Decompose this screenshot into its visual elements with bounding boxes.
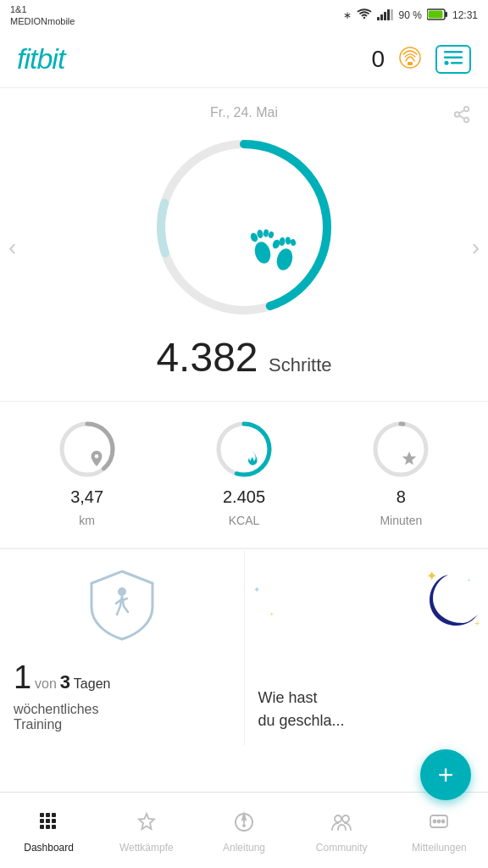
sleep-question2: du geschla... — [258, 709, 475, 732]
minutes-circle — [370, 419, 431, 480]
svg-point-57 — [442, 820, 445, 822]
svg-rect-1 — [380, 14, 383, 20]
distance-circle — [57, 419, 118, 480]
svg-point-22 — [252, 240, 273, 265]
svg-marker-39 — [402, 452, 417, 465]
svg-rect-9 — [408, 62, 413, 65]
sleep-decorations: ✦ ✦ + + + — [245, 559, 489, 670]
svg-rect-47 — [40, 825, 44, 829]
stat-calories[interactable]: 2.405 KCAL — [165, 419, 322, 527]
stat-minutes[interactable]: 8 Minuten — [323, 419, 480, 527]
svg-point-26 — [268, 231, 274, 238]
nav-community-label: Community — [316, 842, 368, 854]
nav-guidance[interactable]: Anleitung — [195, 811, 292, 854]
minutes-value: 8 — [396, 487, 406, 507]
network-text: MEDIONmobile — [10, 15, 75, 27]
training-line2: wöchentliches — [14, 702, 230, 717]
steps-value: 4.382 — [156, 335, 258, 380]
dashboard-icon — [38, 811, 60, 838]
svg-rect-2 — [384, 12, 386, 20]
fitbit-logo: fitbit — [17, 42, 64, 75]
training-card[interactable]: 1 von 3 Tagen wöchentliches Training — [0, 551, 245, 746]
bluetooth-icon: ∗ — [343, 9, 352, 21]
community-icon — [330, 811, 352, 838]
nav-messages[interactable]: Mitteilungen — [391, 811, 488, 854]
sleep-text: Wie hast du geschla... — [258, 687, 475, 732]
svg-rect-49 — [52, 825, 56, 829]
prev-day-button[interactable]: ‹ — [8, 234, 16, 261]
svg-point-53 — [342, 815, 349, 822]
add-button[interactable]: + — [420, 749, 471, 800]
svg-rect-44 — [40, 819, 44, 823]
battery-percent: 90 % — [399, 9, 422, 21]
stats-row: 3,47 km 2.405 KCAL — [0, 401, 488, 548]
svg-rect-10 — [444, 51, 463, 53]
svg-rect-41 — [40, 813, 44, 817]
svg-point-40 — [118, 587, 126, 596]
minutes-unit: Minuten — [380, 514, 422, 527]
svg-rect-4 — [391, 9, 393, 20]
training-shield-icon — [88, 568, 156, 643]
steps-section: Fr., 24. Mai ‹ › — [0, 88, 488, 401]
svg-point-34 — [94, 454, 98, 459]
svg-rect-42 — [46, 813, 50, 817]
svg-point-31 — [290, 238, 297, 246]
wifi-icon — [357, 8, 372, 23]
steps-unit: Schritte — [269, 354, 332, 376]
nav-community[interactable]: Community — [293, 811, 391, 854]
nav-challenges[interactable]: Wettkämpfe — [97, 811, 195, 854]
battery-icon — [427, 8, 447, 23]
sleep-question: Wie hast — [258, 687, 475, 709]
calories-unit: KCAL — [229, 514, 260, 527]
svg-rect-0 — [377, 17, 380, 20]
add-icon: + — [438, 760, 454, 791]
training-line3: Training — [14, 717, 230, 732]
training-day-total: 3 — [60, 671, 70, 693]
tracker-signal-icon — [398, 46, 422, 73]
training-von-label: von — [35, 676, 57, 691]
stat-distance[interactable]: 3,47 km — [8, 419, 165, 527]
status-icons: ∗ 90 % — [343, 8, 478, 23]
header-right: 0 — [371, 45, 471, 74]
svg-line-17 — [459, 115, 464, 119]
svg-rect-12 — [451, 62, 463, 64]
svg-rect-6 — [445, 12, 447, 17]
messages-icon — [428, 811, 450, 838]
sleep-card[interactable]: ✦ ✦ + + + Wie hast du geschla... — [245, 551, 489, 746]
distance-value: 3,47 — [70, 487, 103, 507]
training-tagen-label: Tagen — [74, 676, 111, 691]
share-icon[interactable] — [452, 105, 471, 129]
bottom-nav: Dashboard Wettkämpfe Anleitung — [0, 792, 488, 868]
nav-challenges-label: Wettkämpfe — [119, 842, 174, 854]
svg-rect-46 — [52, 819, 56, 823]
svg-rect-45 — [46, 819, 50, 823]
nav-messages-label: Mitteilungen — [412, 842, 467, 854]
nav-guidance-label: Anleitung — [223, 842, 265, 854]
carrier-text: 1&1 — [10, 3, 75, 15]
svg-rect-48 — [46, 825, 50, 829]
svg-point-15 — [455, 112, 460, 117]
cards-row: 1 von 3 Tagen wöchentliches Training ✦ ✦… — [0, 551, 488, 746]
steps-display: 4.382 Schritte — [0, 334, 488, 381]
nav-dashboard-label: Dashboard — [24, 842, 74, 854]
svg-rect-43 — [52, 813, 56, 817]
svg-point-29 — [279, 236, 286, 246]
svg-rect-7 — [428, 10, 442, 18]
training-text: 1 von 3 Tagen wöchentliches Training — [14, 654, 230, 732]
menu-button[interactable] — [435, 45, 471, 74]
distance-unit: km — [79, 514, 95, 527]
tracker-value: 0 — [371, 46, 385, 73]
steps-progress-circle — [151, 134, 337, 320]
nav-dashboard[interactable]: Dashboard — [0, 811, 97, 854]
training-day-current: 1 — [14, 659, 31, 695]
svg-rect-3 — [387, 9, 390, 20]
svg-point-56 — [438, 820, 441, 822]
svg-point-51 — [243, 825, 245, 826]
app-header: fitbit 0 — [0, 31, 488, 88]
challenges-icon — [136, 811, 158, 838]
svg-point-30 — [286, 236, 291, 244]
next-day-button[interactable]: › — [472, 234, 480, 261]
svg-point-13 — [445, 60, 449, 64]
calories-value: 2.405 — [223, 487, 265, 507]
signal-icon — [377, 8, 394, 23]
